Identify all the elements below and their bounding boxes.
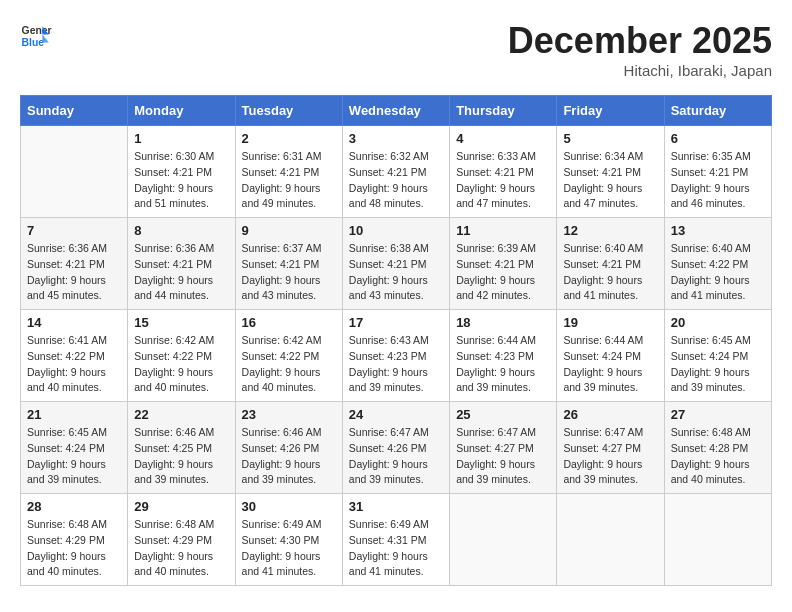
svg-text:General: General <box>22 25 52 36</box>
day-info: Sunrise: 6:41 AMSunset: 4:22 PMDaylight:… <box>27 333 121 396</box>
day-info: Sunrise: 6:44 AMSunset: 4:23 PMDaylight:… <box>456 333 550 396</box>
calendar-week-row: 28Sunrise: 6:48 AMSunset: 4:29 PMDayligh… <box>21 494 772 586</box>
day-number: 13 <box>671 223 765 238</box>
day-info: Sunrise: 6:47 AMSunset: 4:27 PMDaylight:… <box>456 425 550 488</box>
day-info: Sunrise: 6:49 AMSunset: 4:31 PMDaylight:… <box>349 517 443 580</box>
day-info: Sunrise: 6:30 AMSunset: 4:21 PMDaylight:… <box>134 149 228 212</box>
calendar-cell: 7Sunrise: 6:36 AMSunset: 4:21 PMDaylight… <box>21 218 128 310</box>
day-number: 4 <box>456 131 550 146</box>
calendar-cell: 18Sunrise: 6:44 AMSunset: 4:23 PMDayligh… <box>450 310 557 402</box>
month-title: December 2025 <box>508 20 772 62</box>
weekday-header-cell: Wednesday <box>342 96 449 126</box>
location: Hitachi, Ibaraki, Japan <box>508 62 772 79</box>
calendar-cell: 20Sunrise: 6:45 AMSunset: 4:24 PMDayligh… <box>664 310 771 402</box>
calendar-cell: 8Sunrise: 6:36 AMSunset: 4:21 PMDaylight… <box>128 218 235 310</box>
day-info: Sunrise: 6:44 AMSunset: 4:24 PMDaylight:… <box>563 333 657 396</box>
calendar-week-row: 1Sunrise: 6:30 AMSunset: 4:21 PMDaylight… <box>21 126 772 218</box>
day-info: Sunrise: 6:47 AMSunset: 4:27 PMDaylight:… <box>563 425 657 488</box>
day-number: 22 <box>134 407 228 422</box>
logo: General Blue <box>20 20 52 52</box>
day-number: 17 <box>349 315 443 330</box>
day-number: 29 <box>134 499 228 514</box>
calendar-cell: 23Sunrise: 6:46 AMSunset: 4:26 PMDayligh… <box>235 402 342 494</box>
day-number: 30 <box>242 499 336 514</box>
weekday-header-cell: Monday <box>128 96 235 126</box>
day-info: Sunrise: 6:32 AMSunset: 4:21 PMDaylight:… <box>349 149 443 212</box>
day-number: 27 <box>671 407 765 422</box>
calendar-cell: 2Sunrise: 6:31 AMSunset: 4:21 PMDaylight… <box>235 126 342 218</box>
day-info: Sunrise: 6:42 AMSunset: 4:22 PMDaylight:… <box>242 333 336 396</box>
day-number: 16 <box>242 315 336 330</box>
day-number: 21 <box>27 407 121 422</box>
calendar-cell: 29Sunrise: 6:48 AMSunset: 4:29 PMDayligh… <box>128 494 235 586</box>
svg-text:Blue: Blue <box>22 37 45 48</box>
calendar-cell: 4Sunrise: 6:33 AMSunset: 4:21 PMDaylight… <box>450 126 557 218</box>
weekday-header-cell: Thursday <box>450 96 557 126</box>
day-info: Sunrise: 6:47 AMSunset: 4:26 PMDaylight:… <box>349 425 443 488</box>
calendar-cell: 19Sunrise: 6:44 AMSunset: 4:24 PMDayligh… <box>557 310 664 402</box>
calendar-cell: 30Sunrise: 6:49 AMSunset: 4:30 PMDayligh… <box>235 494 342 586</box>
weekday-header-cell: Friday <box>557 96 664 126</box>
day-number: 11 <box>456 223 550 238</box>
day-number: 18 <box>456 315 550 330</box>
header: General Blue December 2025 Hitachi, Ibar… <box>20 20 772 79</box>
weekday-header-row: SundayMondayTuesdayWednesdayThursdayFrid… <box>21 96 772 126</box>
calendar-cell: 11Sunrise: 6:39 AMSunset: 4:21 PMDayligh… <box>450 218 557 310</box>
weekday-header-cell: Sunday <box>21 96 128 126</box>
calendar-cell: 9Sunrise: 6:37 AMSunset: 4:21 PMDaylight… <box>235 218 342 310</box>
day-info: Sunrise: 6:36 AMSunset: 4:21 PMDaylight:… <box>27 241 121 304</box>
day-info: Sunrise: 6:45 AMSunset: 4:24 PMDaylight:… <box>27 425 121 488</box>
day-info: Sunrise: 6:42 AMSunset: 4:22 PMDaylight:… <box>134 333 228 396</box>
day-info: Sunrise: 6:48 AMSunset: 4:29 PMDaylight:… <box>134 517 228 580</box>
day-number: 25 <box>456 407 550 422</box>
calendar-cell: 6Sunrise: 6:35 AMSunset: 4:21 PMDaylight… <box>664 126 771 218</box>
day-info: Sunrise: 6:43 AMSunset: 4:23 PMDaylight:… <box>349 333 443 396</box>
day-info: Sunrise: 6:49 AMSunset: 4:30 PMDaylight:… <box>242 517 336 580</box>
calendar-cell: 3Sunrise: 6:32 AMSunset: 4:21 PMDaylight… <box>342 126 449 218</box>
day-number: 3 <box>349 131 443 146</box>
calendar-week-row: 7Sunrise: 6:36 AMSunset: 4:21 PMDaylight… <box>21 218 772 310</box>
day-number: 9 <box>242 223 336 238</box>
calendar-cell: 25Sunrise: 6:47 AMSunset: 4:27 PMDayligh… <box>450 402 557 494</box>
day-info: Sunrise: 6:48 AMSunset: 4:28 PMDaylight:… <box>671 425 765 488</box>
day-number: 23 <box>242 407 336 422</box>
day-number: 7 <box>27 223 121 238</box>
day-info: Sunrise: 6:39 AMSunset: 4:21 PMDaylight:… <box>456 241 550 304</box>
day-number: 19 <box>563 315 657 330</box>
calendar-table: SundayMondayTuesdayWednesdayThursdayFrid… <box>20 95 772 586</box>
day-number: 24 <box>349 407 443 422</box>
calendar-cell: 16Sunrise: 6:42 AMSunset: 4:22 PMDayligh… <box>235 310 342 402</box>
calendar-cell: 12Sunrise: 6:40 AMSunset: 4:21 PMDayligh… <box>557 218 664 310</box>
day-info: Sunrise: 6:37 AMSunset: 4:21 PMDaylight:… <box>242 241 336 304</box>
calendar-week-row: 21Sunrise: 6:45 AMSunset: 4:24 PMDayligh… <box>21 402 772 494</box>
day-info: Sunrise: 6:35 AMSunset: 4:21 PMDaylight:… <box>671 149 765 212</box>
day-number: 6 <box>671 131 765 146</box>
calendar-cell: 10Sunrise: 6:38 AMSunset: 4:21 PMDayligh… <box>342 218 449 310</box>
day-info: Sunrise: 6:40 AMSunset: 4:21 PMDaylight:… <box>563 241 657 304</box>
calendar-cell: 22Sunrise: 6:46 AMSunset: 4:25 PMDayligh… <box>128 402 235 494</box>
calendar-cell: 31Sunrise: 6:49 AMSunset: 4:31 PMDayligh… <box>342 494 449 586</box>
calendar-cell: 15Sunrise: 6:42 AMSunset: 4:22 PMDayligh… <box>128 310 235 402</box>
calendar-cell: 13Sunrise: 6:40 AMSunset: 4:22 PMDayligh… <box>664 218 771 310</box>
day-info: Sunrise: 6:40 AMSunset: 4:22 PMDaylight:… <box>671 241 765 304</box>
day-info: Sunrise: 6:45 AMSunset: 4:24 PMDaylight:… <box>671 333 765 396</box>
calendar-cell: 27Sunrise: 6:48 AMSunset: 4:28 PMDayligh… <box>664 402 771 494</box>
logo-icon: General Blue <box>20 20 52 52</box>
day-number: 15 <box>134 315 228 330</box>
day-info: Sunrise: 6:34 AMSunset: 4:21 PMDaylight:… <box>563 149 657 212</box>
day-number: 14 <box>27 315 121 330</box>
calendar-cell <box>557 494 664 586</box>
calendar-cell: 28Sunrise: 6:48 AMSunset: 4:29 PMDayligh… <box>21 494 128 586</box>
day-number: 20 <box>671 315 765 330</box>
calendar-week-row: 14Sunrise: 6:41 AMSunset: 4:22 PMDayligh… <box>21 310 772 402</box>
calendar-cell <box>664 494 771 586</box>
calendar-cell: 17Sunrise: 6:43 AMSunset: 4:23 PMDayligh… <box>342 310 449 402</box>
weekday-header-cell: Tuesday <box>235 96 342 126</box>
calendar-cell: 1Sunrise: 6:30 AMSunset: 4:21 PMDaylight… <box>128 126 235 218</box>
day-info: Sunrise: 6:46 AMSunset: 4:25 PMDaylight:… <box>134 425 228 488</box>
calendar-cell: 14Sunrise: 6:41 AMSunset: 4:22 PMDayligh… <box>21 310 128 402</box>
day-number: 26 <box>563 407 657 422</box>
day-info: Sunrise: 6:46 AMSunset: 4:26 PMDaylight:… <box>242 425 336 488</box>
calendar-cell <box>21 126 128 218</box>
title-area: December 2025 Hitachi, Ibaraki, Japan <box>508 20 772 79</box>
